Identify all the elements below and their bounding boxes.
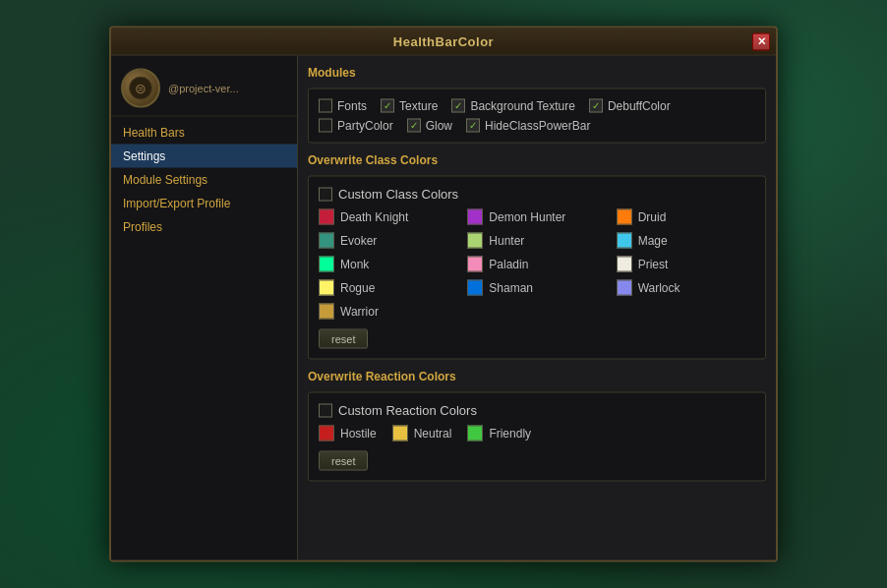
- avatar: ⊜: [121, 69, 160, 108]
- fonts-checkbox[interactable]: [319, 99, 332, 113]
- title-bar: HealthBarColor ✕: [111, 29, 776, 56]
- content-area: ⊜ @project-ver... Health Bars Settings M…: [111, 56, 776, 560]
- avatar-area: ⊜ @project-ver...: [111, 61, 297, 117]
- mage-swatch[interactable]: [617, 233, 632, 249]
- custom-reaction-colors-checkbox[interactable]: [319, 403, 332, 417]
- overwrite-class-colors-header: Overwrite Class Colors: [308, 153, 766, 170]
- warlock-swatch[interactable]: [617, 280, 632, 296]
- texture-checkbox[interactable]: [381, 99, 394, 113]
- glow-checkbox[interactable]: [407, 119, 421, 133]
- overwrite-class-colors-box: Custom Class Colors Death Knight Demon H…: [308, 176, 766, 360]
- class-mage[interactable]: Mage: [617, 233, 755, 249]
- class-warlock[interactable]: Warlock: [617, 280, 755, 296]
- neutral-swatch[interactable]: [392, 426, 408, 441]
- class-monk[interactable]: Monk: [319, 257, 457, 272]
- module-fonts[interactable]: Fonts: [319, 99, 367, 113]
- paladin-swatch[interactable]: [467, 257, 483, 272]
- modules-section: Modules Fonts Texture Backgr: [308, 66, 766, 144]
- hide-class-power-bar-checkbox[interactable]: [466, 119, 480, 133]
- class-hunter[interactable]: Hunter: [467, 233, 606, 249]
- overwrite-reaction-colors-section: Overwrite Reaction Colors Custom Reactio…: [308, 370, 766, 482]
- friendly-swatch[interactable]: [467, 426, 483, 441]
- class-rogue[interactable]: Rogue: [319, 280, 457, 296]
- module-party-color[interactable]: PartyColor: [319, 119, 393, 133]
- sidebar-item-health-bars[interactable]: Health Bars: [111, 121, 297, 145]
- module-background-texture[interactable]: Background Texture: [451, 99, 575, 113]
- class-evoker[interactable]: Evoker: [319, 233, 457, 249]
- hostile-swatch[interactable]: [319, 426, 334, 441]
- avatar-label: @project-ver...: [168, 83, 239, 94]
- reaction-friendly[interactable]: Friendly: [467, 426, 531, 441]
- module-debuff-color[interactable]: DebuffColor: [589, 99, 671, 113]
- background-texture-checkbox[interactable]: [451, 99, 465, 113]
- hunter-swatch[interactable]: [467, 233, 483, 249]
- main-window: HealthBarColor ✕ ⊜ @project-ver... Healt…: [109, 27, 778, 562]
- overwrite-class-colors-section: Overwrite Class Colors Custom Class Colo…: [308, 153, 766, 360]
- monk-swatch[interactable]: [319, 257, 334, 272]
- main-panel: Modules Fonts Texture Backgr: [298, 56, 776, 560]
- priest-swatch[interactable]: [617, 257, 632, 272]
- rogue-swatch[interactable]: [319, 280, 334, 296]
- class-druid[interactable]: Druid: [617, 209, 755, 225]
- reaction-row: Hostile Neutral Friendly: [319, 426, 755, 441]
- avatar-icon: ⊜: [129, 77, 152, 100]
- class-shaman[interactable]: Shaman: [467, 280, 606, 296]
- class-grid: Death Knight Demon Hunter Druid: [319, 209, 755, 320]
- modules-header: Modules: [308, 66, 766, 83]
- reaction-neutral[interactable]: Neutral: [392, 426, 452, 441]
- reaction-hostile[interactable]: Hostile: [319, 426, 377, 441]
- class-colors-reset-button[interactable]: reset: [319, 329, 368, 349]
- druid-swatch[interactable]: [617, 209, 632, 225]
- class-demon-hunter[interactable]: Demon Hunter: [467, 209, 606, 225]
- sidebar-item-profiles[interactable]: Profiles: [111, 215, 297, 239]
- custom-class-colors-row: Custom Class Colors: [319, 187, 755, 202]
- class-warrior[interactable]: Warrior: [319, 304, 457, 320]
- debuff-color-checkbox[interactable]: [589, 99, 603, 113]
- class-death-knight[interactable]: Death Knight: [319, 209, 457, 225]
- shaman-swatch[interactable]: [467, 280, 483, 296]
- module-glow[interactable]: Glow: [407, 119, 452, 133]
- custom-class-colors-label: Custom Class Colors: [338, 187, 458, 202]
- class-priest[interactable]: Priest: [617, 257, 755, 272]
- evoker-swatch[interactable]: [319, 233, 334, 249]
- overwrite-reaction-colors-header: Overwrite Reaction Colors: [308, 370, 766, 386]
- sidebar: ⊜ @project-ver... Health Bars Settings M…: [111, 56, 298, 560]
- modules-row: Fonts Texture Background Texture De: [319, 99, 755, 133]
- window-title: HealthBarColor: [393, 34, 494, 49]
- custom-reaction-colors-row: Custom Reaction Colors: [319, 403, 755, 418]
- module-texture[interactable]: Texture: [381, 99, 438, 113]
- custom-reaction-colors-label: Custom Reaction Colors: [338, 403, 477, 418]
- party-color-checkbox[interactable]: [319, 119, 332, 133]
- module-hide-class-power-bar[interactable]: HideClassPowerBar: [466, 119, 590, 133]
- demon-hunter-swatch[interactable]: [467, 209, 483, 225]
- death-knight-swatch[interactable]: [319, 209, 334, 225]
- close-button[interactable]: ✕: [752, 32, 770, 50]
- modules-box: Fonts Texture Background Texture De: [308, 88, 766, 144]
- sidebar-item-import-export[interactable]: Import/Export Profile: [111, 192, 297, 215]
- overwrite-reaction-colors-box: Custom Reaction Colors Hostile Neutral: [308, 392, 766, 482]
- sidebar-item-settings[interactable]: Settings: [111, 145, 297, 168]
- class-paladin[interactable]: Paladin: [467, 257, 606, 272]
- reaction-colors-reset-button[interactable]: reset: [319, 451, 368, 471]
- sidebar-item-module-settings[interactable]: Module Settings: [111, 168, 297, 192]
- custom-class-colors-checkbox[interactable]: [319, 187, 332, 201]
- warrior-swatch[interactable]: [319, 304, 334, 320]
